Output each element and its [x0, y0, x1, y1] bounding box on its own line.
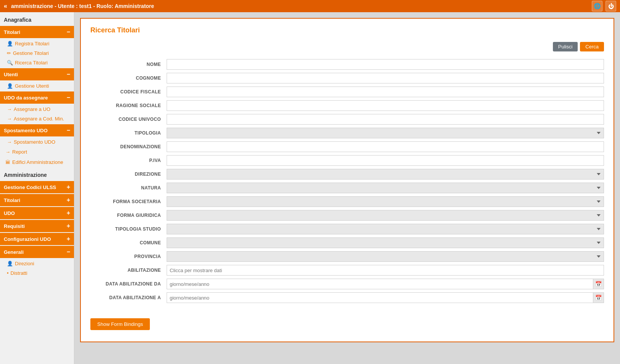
select-direzione[interactable]	[167, 169, 604, 180]
person-icon: 👤	[7, 83, 13, 89]
sidebar-item-label: Distratti	[11, 270, 27, 276]
anagrafica-section-title: Anagrafica	[0, 12, 74, 25]
select-tipologia[interactable]	[167, 128, 604, 138]
sidebar-item-distratti[interactable]: • Distratti	[0, 268, 74, 278]
label-forma-giuridica: FORMA GIURIDICA	[90, 213, 167, 218]
sidebar-group-udo[interactable]: UDO +	[0, 207, 74, 219]
label-data-abilitazione-da: DATA ABILITAZIONE DA	[90, 281, 167, 287]
label-abilitazione: ABILITAZIONE	[90, 268, 167, 273]
sidebar-item-label: Assegnare a UO	[14, 106, 50, 112]
person-icon: 👤	[7, 41, 13, 47]
sidebar-group-config-udo[interactable]: Configurazioni UDO +	[0, 233, 74, 245]
sidebar-group-toggle: +	[67, 210, 70, 216]
sidebar-item-ricerca-titolari[interactable]: 🔍 Ricerca Titolari	[0, 58, 74, 67]
select-forma-societaria[interactable]	[167, 196, 604, 207]
collapse-sidebar-icon[interactable]: «	[4, 3, 7, 10]
date-abilitazione-a-wrapper: 📅	[167, 292, 604, 303]
input-data-abilitazione-da[interactable]	[167, 280, 593, 288]
globe-icon[interactable]: 🌐	[592, 1, 602, 11]
sidebar-group-label: Generali	[4, 249, 24, 255]
select-tipologia-studio[interactable]	[167, 224, 604, 234]
input-codice-fiscale[interactable]	[167, 87, 604, 97]
sidebar-group-toggle: −	[67, 249, 70, 255]
sidebar-group-udo-assegnare-items: → Assegnare a UO → Assegnare a Cod. Min.	[0, 104, 74, 123]
calendar-a-icon[interactable]: 📅	[593, 293, 604, 303]
input-denominazione[interactable]	[167, 141, 604, 152]
sidebar-group-gestione-codici[interactable]: Gestione Codici ULSS +	[0, 181, 74, 193]
label-ragione-sociale: RAGIONE SOCIALE	[90, 103, 167, 108]
sidebar-group-label: Requisiti	[4, 223, 25, 229]
form-toolbar: Pulisci Cerca	[90, 42, 604, 51]
label-codice-fiscale: CODICE FISCALE	[90, 89, 167, 95]
form-row-forma-societaria: FORMA SOCIETARIA	[90, 196, 604, 207]
sidebar-group-toggle: +	[67, 184, 70, 191]
input-nome[interactable]	[167, 59, 604, 70]
form-row-comune: COMUNE	[90, 237, 604, 248]
sidebar-item-gestione-utenti[interactable]: 👤 Gestione Utenti	[0, 81, 74, 91]
input-ragione-sociale[interactable]	[167, 100, 604, 111]
sidebar-group-requisiti[interactable]: Requisiti +	[0, 220, 74, 232]
form-row-codice-fiscale: CODICE FISCALE	[90, 87, 604, 97]
sidebar-item-edifici[interactable]: 🏛 Edifici Amministrazione	[0, 157, 74, 167]
sidebar-item-assegnare-cod-min[interactable]: → Assegnare a Cod. Min.	[0, 114, 74, 123]
sidebar-group-label: Configurazioni UDO	[4, 236, 51, 242]
form-row-forma-giuridica: FORMA GIURIDICA	[90, 210, 604, 221]
label-provincia: PROVINCIA	[90, 254, 167, 259]
form-row-tipologia: TIPOLOGIA	[90, 128, 604, 138]
main-content: Ricerca Titolari Pulisci Cerca NOME COGN…	[74, 12, 620, 364]
calendar-da-icon[interactable]: 📅	[593, 279, 604, 289]
label-tipologia-studio: TIPOLOGIA STUDIO	[90, 226, 167, 232]
topbar: « amministrazione - Utente : test1 - Ruo…	[0, 0, 620, 12]
sidebar-item-report[interactable]: → Report	[0, 147, 74, 157]
input-data-abilitazione-a[interactable]	[167, 294, 593, 302]
arrow-icon: →	[7, 116, 12, 122]
sidebar-item-assegnare-uo[interactable]: → Assegnare a UO	[0, 104, 74, 114]
sidebar-group-udo-assegnare[interactable]: UDO da assegnare −	[0, 91, 74, 104]
sidebar-item-label: Edifici Amministrazione	[12, 159, 63, 165]
form-row-direzione: DIREZIONE	[90, 169, 604, 180]
form-row-data-abilitazione-da: DATA ABILITAZIONE DA 📅	[90, 279, 604, 289]
sidebar-item-gestione-titolari[interactable]: ✏ Gestione Titolari	[0, 48, 74, 58]
topbar-icons: 🌐 ⏻	[592, 1, 616, 11]
sidebar-group-spostamento-udo[interactable]: Spostamento UDO −	[0, 124, 74, 136]
sidebar-group-label: Titolari	[4, 197, 20, 203]
label-natura: NATURA	[90, 185, 167, 191]
select-provincia[interactable]	[167, 251, 604, 262]
label-denominazione: DENOMINAZIONE	[90, 144, 167, 149]
sidebar-group-titolari-toggle: −	[67, 29, 70, 35]
sidebar-item-label: Registra Titolari	[15, 41, 49, 47]
sidebar-item-direzioni[interactable]: 👤 Direzioni	[0, 259, 74, 268]
sidebar-group-utenti[interactable]: Utenti −	[0, 68, 74, 80]
label-comune: COMUNE	[90, 240, 167, 245]
input-cognome[interactable]	[167, 73, 604, 83]
show-form-bindings-button[interactable]: Show Form Bindings	[90, 318, 150, 330]
form-row-denominazione: DENOMINAZIONE	[90, 141, 604, 152]
sidebar-group-titolari-items: 👤 Registra Titolari ✏ Gestione Titolari …	[0, 39, 74, 67]
cerca-button[interactable]: Cerca	[580, 42, 604, 51]
label-tipologia: TIPOLOGIA	[90, 130, 167, 136]
select-natura[interactable]	[167, 183, 604, 193]
sidebar-group-titolari2[interactable]: Titolari +	[0, 194, 74, 206]
bullet-icon: •	[7, 270, 9, 276]
sidebar-group-toggle: +	[67, 236, 70, 242]
input-piva[interactable]	[167, 155, 604, 166]
power-icon[interactable]: ⏻	[606, 1, 616, 11]
select-comune[interactable]	[167, 237, 604, 248]
select-forma-giuridica[interactable]	[167, 210, 604, 221]
pulisci-button[interactable]: Pulisci	[553, 42, 578, 51]
sidebar-group-generali[interactable]: Generali −	[0, 246, 74, 258]
sidebar-item-registra-titolari[interactable]: 👤 Registra Titolari	[0, 39, 74, 48]
form-title: Ricerca Titolari	[90, 26, 604, 34]
arrow-icon: →	[5, 149, 10, 155]
sidebar-item-label: Assegnare a Cod. Min.	[14, 116, 64, 122]
person-icon: 👤	[7, 261, 13, 266]
sidebar-group-titolari[interactable]: Titolari −	[0, 26, 74, 38]
sidebar-group-udo-assegnare-label: UDO da assegnare	[4, 95, 48, 101]
sidebar-item-spostamento-udo[interactable]: → Spostamento UDO	[0, 137, 74, 147]
label-forma-societaria: FORMA SOCIETARIA	[90, 199, 167, 204]
arrow-icon: →	[7, 139, 12, 145]
amministrazione-section-title: Amministrazione	[0, 167, 74, 180]
input-abilitazione[interactable]	[167, 265, 604, 276]
input-codice-univoco[interactable]	[167, 114, 604, 125]
edit-icon: ✏	[7, 50, 11, 56]
